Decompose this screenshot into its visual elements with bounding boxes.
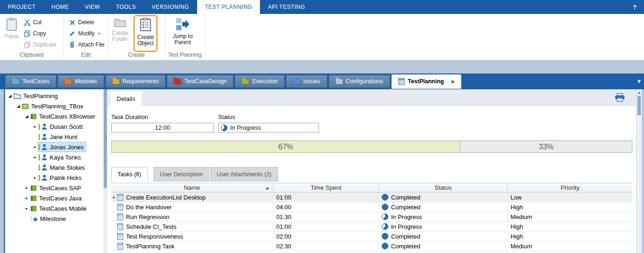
- milestone-diamond-icon: ◆: [33, 216, 38, 222]
- jump-to-parent-button[interactable]: Jump to Parent: [172, 15, 193, 52]
- expand-arrow-icon[interactable]: ▸: [32, 175, 38, 180]
- duplicate-button[interactable]: Duplicate: [21, 39, 58, 50]
- tasks-table: Name Time Spent Status Priority ▸ Create: [111, 183, 632, 251]
- collapse-arrow-icon[interactable]: ◢: [7, 93, 13, 98]
- table-row[interactable]: Run Regression 01:30 In Progress Medium: [111, 212, 632, 222]
- doc-tab-requirements[interactable]: Requirements: [106, 75, 166, 88]
- tree-item-jonas-jones[interactable]: ▸ Jonas Jones: [5, 142, 103, 152]
- help-button[interactable]: ?: [625, 0, 644, 14]
- menu-tab-tools[interactable]: TOOLS: [108, 0, 144, 14]
- doc-tab-execution[interactable]: Execution: [235, 75, 285, 88]
- doc-tab-testplanning[interactable]: TestPlanning ×: [392, 74, 461, 89]
- copy-button[interactable]: Copy: [21, 28, 58, 39]
- tree-item-label: TestPlanning: [23, 93, 58, 100]
- tab-tasks[interactable]: Tasks (6): [111, 167, 148, 181]
- doc-tab-testcases[interactable]: TestCases: [5, 75, 56, 88]
- copy-icon: [23, 30, 31, 37]
- status-field[interactable]: In Progress: [218, 123, 319, 133]
- tree-item-testcases-mobile[interactable]: ▸ TestCases Mobile: [5, 203, 103, 213]
- status-label: Status: [218, 113, 235, 120]
- table-row[interactable]: Do the Handover 04:00 Completed High: [111, 202, 632, 212]
- tree-scrollbar[interactable]: [103, 89, 107, 253]
- tree-item-testcases-sap[interactable]: ▸ TestCases SAP: [5, 183, 103, 193]
- tree-item-dusan-scott[interactable]: ▸ Dusan Scott: [5, 121, 103, 132]
- doc-tab-modules[interactable]: Modules: [58, 75, 104, 88]
- print-icon[interactable]: [615, 93, 625, 102]
- person-icon: [41, 174, 47, 181]
- menu-tab-versioning[interactable]: VERSIONING: [144, 0, 197, 14]
- group-label-create: Create: [108, 52, 165, 58]
- table-row[interactable]: Schedule CI_Tests 01:00 In Progress High: [111, 222, 632, 232]
- table-row[interactable]: Test Responsiveness 02:00 Completed High: [111, 232, 632, 241]
- collapse-arrow-icon[interactable]: ◢: [15, 104, 21, 108]
- folder-icon: [65, 79, 72, 84]
- create-folder-label: Create Folder: [109, 30, 131, 42]
- tree-item-testcases-xbrowser[interactable]: ◢ TestCases XBrowser: [5, 111, 103, 121]
- doc-tab-issues[interactable]: Issues: [286, 75, 327, 88]
- cut-button[interactable]: Cut: [21, 17, 58, 28]
- menu-tab-home[interactable]: HOME: [44, 0, 77, 14]
- tree-item-label: Marie Stokes: [50, 164, 85, 171]
- tree-item-kaya-tonks[interactable]: ▸ Kaya Tonks: [5, 152, 103, 162]
- time-spent-cell: 02:00: [273, 232, 379, 241]
- tree-item-marie-stokes[interactable]: Marie Stokes: [5, 162, 103, 173]
- column-header-status[interactable]: Status: [379, 183, 508, 192]
- jump-to-parent-label: Jump to Parent: [172, 33, 193, 46]
- expand-arrow-icon[interactable]: ▸: [24, 186, 30, 190]
- menu-tab-view[interactable]: VIEW: [77, 0, 108, 14]
- folder-icon: [114, 18, 126, 29]
- row-expand-icon[interactable]: ▸: [111, 195, 117, 200]
- tab-user-attachments[interactable]: User Attachments (2): [210, 167, 278, 181]
- tree-item-testplanning-tbox[interactable]: ◢ TestPlanning_TBox: [5, 101, 103, 111]
- menu-tab-test-planning[interactable]: TEST PLANNING: [197, 0, 260, 14]
- expand-arrow-icon[interactable]: ▸: [32, 124, 38, 129]
- details-tab[interactable]: Details: [110, 91, 142, 106]
- menu-tab-api-testing[interactable]: API TESTING: [260, 0, 313, 14]
- tester-role-bar: [39, 124, 40, 130]
- details-scrollbar-thumb[interactable]: [637, 96, 641, 115]
- doc-tab-configurations[interactable]: Configurations: [329, 75, 391, 88]
- progress-segment-done: 67%: [111, 140, 460, 153]
- attach-file-label: Attach File: [78, 41, 105, 48]
- doc-tab-label: Execution: [252, 78, 278, 85]
- doc-tab-testcasedesign[interactable]: TestCaseDesign: [167, 75, 233, 88]
- table-row[interactable]: TestPlanning Task 02:30 Completed Medium: [111, 241, 632, 251]
- scroll-up-icon[interactable]: ▲: [637, 89, 642, 95]
- table-row[interactable]: ▸ Create ExecutionList Desktop 01:00 Com…: [111, 193, 632, 202]
- folder-icon: [113, 79, 120, 84]
- expand-arrow-icon[interactable]: ▸: [24, 206, 30, 211]
- delete-button[interactable]: Delete: [66, 17, 106, 28]
- tree-item-jane-hunt[interactable]: Jane Hunt: [5, 132, 103, 142]
- expand-arrow-icon[interactable]: ▸: [32, 145, 38, 149]
- modify-button[interactable]: Modify ▼: [66, 28, 106, 39]
- status-icon: [382, 233, 388, 240]
- tree-item-testcases-java[interactable]: ▸ TestCases Java: [5, 193, 103, 203]
- close-tab-icon[interactable]: ×: [451, 78, 455, 85]
- task-duration-field[interactable]: 12:00: [111, 123, 214, 133]
- tree-item-patrik-hicks[interactable]: ▸ Patrik Hicks: [5, 173, 103, 183]
- expand-arrow-icon[interactable]: ▸: [32, 155, 38, 160]
- duplicate-label: Duplicate: [33, 41, 56, 48]
- column-header-priority[interactable]: Priority: [508, 183, 632, 192]
- tab-user-description[interactable]: User Description: [153, 167, 209, 181]
- collapse-arrow-icon[interactable]: ◢: [24, 114, 30, 119]
- column-header-time-spent[interactable]: Time Spent: [273, 183, 379, 192]
- create-folder-button[interactable]: Create Folder: [109, 15, 131, 52]
- tree-item-testplanning[interactable]: ◢ TestPlanning: [5, 91, 103, 101]
- create-object-button[interactable]: Create Object: [133, 15, 158, 52]
- tree-item-milestone[interactable]: ◆ Milestone: [5, 213, 103, 224]
- expand-arrow-icon[interactable]: ▸: [24, 196, 30, 200]
- menu-tab-project[interactable]: PROJECT: [0, 0, 44, 14]
- task-name: Do the Handover: [126, 204, 172, 211]
- priority-cell: High: [508, 202, 632, 212]
- person-icon: [41, 123, 47, 130]
- tab-overflow-dropdown-icon[interactable]: ▼: [637, 79, 641, 84]
- modify-dropdown-icon[interactable]: ▼: [97, 32, 101, 36]
- person-icon: [41, 154, 47, 160]
- progress-bar: 67% 33%: [111, 140, 632, 153]
- column-header-name[interactable]: Name: [111, 183, 273, 192]
- paste-button[interactable]: Paste: [1, 15, 22, 52]
- details-scrollbar[interactable]: ▲: [636, 89, 642, 253]
- tree-scrollbar-thumb[interactable]: [104, 89, 107, 188]
- attach-file-button[interactable]: Attach File: [66, 39, 106, 50]
